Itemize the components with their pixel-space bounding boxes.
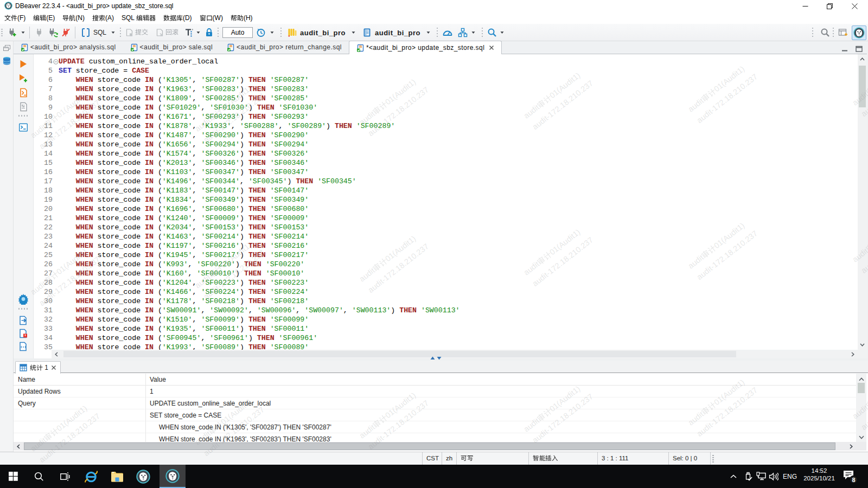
notification-center-button[interactable]: 8: [841, 465, 859, 488]
code-line-23[interactable]: 23 WHEN store_code IN ('K1463', 'SF00214…: [34, 232, 858, 241]
fold-collapse-icon[interactable]: [53, 59, 59, 65]
taskbar-search-button[interactable]: [26, 465, 52, 488]
panel-scroll-up-arrow[interactable]: [856, 376, 866, 382]
menu-search[interactable]: (A): [92, 12, 114, 24]
transaction-dropdown[interactable]: [196, 31, 200, 34]
tray-clock[interactable]: 14:52 2025/10/21: [800, 465, 839, 488]
grid-row-2[interactable]: QueryUPDATE custom_online_sale_order_loc…: [14, 397, 856, 409]
code-line-22[interactable]: 22 WHEN store_code IN ('K2034', 'SF00153…: [34, 223, 858, 232]
user-avatar[interactable]: [852, 25, 866, 40]
grid-header-value[interactable]: Value: [150, 374, 166, 386]
tray-show-hidden-icons[interactable]: [726, 465, 741, 488]
code-line-31[interactable]: 31 WHEN store_code IN ('SW00091', 'SW000…: [34, 306, 858, 315]
scroll-left-arrow[interactable]: [53, 350, 60, 358]
sash-up-icon[interactable]: [430, 356, 435, 361]
editor-vscroll-thumb[interactable]: [859, 66, 866, 107]
code-line-5[interactable]: 5SET store_code = CASE: [34, 66, 858, 75]
code-line-32[interactable]: 32 WHEN store_code IN ('K1510', 'SF00099…: [34, 315, 858, 324]
new-connection-dropdown[interactable]: [21, 31, 25, 34]
search-toolbar-icon[interactable]: [487, 28, 497, 37]
restore-button[interactable]: [819, 0, 840, 12]
grid-row-3[interactable]: SET store_code = CASE: [14, 409, 856, 421]
statistics-tab[interactable]: 1: [15, 361, 61, 374]
task-view-button[interactable]: [52, 465, 78, 488]
tray-volume-icon[interactable]: [767, 465, 781, 488]
log-file-icon[interactable]: [19, 329, 28, 338]
grid-row-4[interactable]: WHEN store_code IN ('K1305', 'SF00287') …: [14, 421, 856, 433]
code-line-18[interactable]: 18 WHEN store_code IN ('K1183', 'SF00147…: [34, 186, 858, 195]
dbeaver-taskbar-button[interactable]: [130, 465, 156, 488]
code-line-34[interactable]: 34 WHEN store_code IN ('SF00945', 'SF009…: [34, 333, 858, 343]
statistics-grid[interactable]: NameValueUpdated Rows1QueryUPDATE custom…: [14, 374, 856, 442]
scroll-right-arrow[interactable]: [849, 350, 857, 358]
tray-language-indicator[interactable]: ENG: [782, 465, 798, 488]
code-line-27[interactable]: 27 WHEN store_code IN ('K160', 'SF00010'…: [34, 269, 858, 278]
connect-icon[interactable]: [35, 28, 44, 37]
code-line-12[interactable]: 12 WHEN store_code IN ('K1487', 'SF00290…: [34, 131, 858, 140]
code-line-16[interactable]: 16 WHEN store_code IN ('K1103', 'SF00347…: [34, 168, 858, 177]
autocommit-lock-icon[interactable]: [205, 28, 214, 37]
editor-horizontal-scrollbar[interactable]: [52, 350, 858, 358]
sql-editor-label[interactable]: SQL: [93, 29, 106, 36]
grid-row-5[interactable]: WHEN store_code IN ('K1963', 'SF00283') …: [14, 433, 856, 442]
status-insert-mode[interactable]: [529, 452, 598, 465]
code-line-33[interactable]: 33 WHEN store_code IN ('K1935', 'SF00011…: [34, 324, 858, 333]
database-navigator-icon[interactable]: [2, 56, 11, 66]
panel-vscroll-thumb[interactable]: [858, 383, 865, 393]
code-line-7[interactable]: 7 WHEN store_code IN ('K1963', 'SF00283'…: [34, 85, 858, 94]
grid-header-name[interactable]: Name: [18, 374, 35, 386]
code-line-15[interactable]: 15 WHEN store_code IN ('K2013', 'SF00346…: [34, 158, 858, 168]
code-line-9[interactable]: 9 WHEN store_code IN ('SF01029', 'SF0103…: [34, 103, 858, 112]
editor-tab-4[interactable]: *<audit_bi_pro> update_sbz_store.sql: [349, 41, 502, 54]
panel-scroll-right-arrow[interactable]: [847, 442, 855, 451]
menu-sql-editor[interactable]: SQL: [122, 12, 156, 24]
code-line-13[interactable]: 13 WHEN store_code IN ('K1656', 'SF00294…: [34, 140, 858, 149]
editor-vertical-scrollbar[interactable]: [858, 54, 867, 350]
menu-help[interactable]: (H): [231, 12, 253, 24]
internet-explorer-button[interactable]: [78, 465, 104, 488]
dashboard-icon[interactable]: [442, 28, 453, 37]
code-line-21[interactable]: 21 WHEN store_code IN ('K1240', 'SF00009…: [34, 214, 858, 223]
scroll-down-arrow[interactable]: [858, 341, 867, 349]
close-icon[interactable]: [489, 45, 494, 50]
panel-hscroll-thumb[interactable]: [24, 442, 835, 450]
minimize-button[interactable]: [795, 0, 815, 12]
panel-vertical-scrollbar[interactable]: [856, 374, 866, 442]
code-line-25[interactable]: 25 WHEN store_code IN ('K1945', 'SF00217…: [34, 251, 858, 260]
code-line-28[interactable]: 28 WHEN store_code IN ('K1204', 'SF00223…: [34, 278, 858, 287]
schema-icon[interactable]: [362, 28, 372, 37]
code-line-17[interactable]: 17 WHEN store_code IN ('K1496', 'SF00344…: [34, 177, 858, 186]
database-connection-icon[interactable]: [288, 28, 297, 37]
status-language[interactable]: zh: [442, 452, 457, 465]
schema-selector-dropdown[interactable]: [426, 31, 430, 34]
status-timezone[interactable]: CST: [422, 452, 442, 465]
editor-settings-gear-icon[interactable]: [18, 293, 29, 305]
execute-script-icon[interactable]: [19, 88, 28, 98]
connection-selector[interactable]: audit_bi_pro: [300, 28, 346, 36]
close-window-button[interactable]: [844, 0, 865, 12]
output-console-icon[interactable]: [18, 123, 28, 132]
search-dropdown[interactable]: [500, 31, 504, 34]
topology-icon[interactable]: [458, 28, 468, 37]
quick-search-icon[interactable]: [820, 28, 830, 37]
code-line-30[interactable]: 30 WHEN store_code IN ('K1178', 'SF00218…: [34, 297, 858, 306]
code-line-4[interactable]: 4UPDATE custom_online_sale_order_local: [34, 57, 858, 66]
sash-maximize-controls[interactable]: [430, 356, 442, 361]
code-line-19[interactable]: 19 WHEN store_code IN ('K1834', 'SF00349…: [34, 195, 858, 204]
editor-tab-1[interactable]: <audit_bi_pro> analysis.sql: [14, 41, 123, 54]
variables-file-icon[interactable]: [19, 342, 28, 351]
new-connection-icon[interactable]: [7, 27, 17, 37]
editor-tab-3[interactable]: <audit_bi_pro> return_change.sql: [220, 41, 349, 54]
restore-view-icon[interactable]: [3, 45, 10, 52]
editor-hscroll-thumb[interactable]: [63, 351, 736, 357]
execute-statement-icon[interactable]: [20, 60, 27, 68]
sql-editor-dropdown[interactable]: [111, 31, 115, 34]
status-cursor-position[interactable]: 3 : 1 : 111: [598, 452, 669, 465]
perspective-icon[interactable]: [838, 28, 848, 37]
reconnect-icon[interactable]: [48, 28, 58, 37]
scroll-up-arrow[interactable]: [858, 55, 867, 63]
schema-selector[interactable]: audit_bi_pro: [375, 28, 420, 36]
code-line-24[interactable]: 24 WHEN store_code IN ('K1197', 'SF00216…: [34, 241, 858, 251]
editor-tab-2[interactable]: <audit_bi_pro> sale.sql: [123, 41, 220, 54]
code-line-8[interactable]: 8 WHEN store_code IN ('K1809', 'SF00285'…: [34, 94, 858, 103]
